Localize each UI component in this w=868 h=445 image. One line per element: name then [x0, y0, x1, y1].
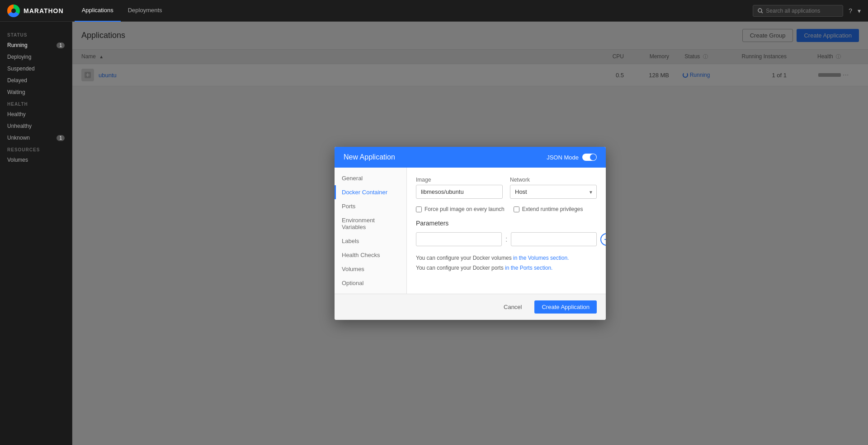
params-row: : — [416, 232, 597, 246]
image-input[interactable] — [416, 185, 503, 199]
image-group: Image — [416, 177, 503, 199]
sidebar-item-unknown[interactable]: Unknown 1 — [0, 132, 72, 144]
plus-icon — [604, 236, 606, 243]
user-icon[interactable]: ▾ — [858, 7, 861, 14]
sidebar-item-deploying[interactable]: Deploying — [0, 51, 72, 63]
main-content: Applications Create Group Create Applica… — [72, 22, 868, 445]
nav-right: ? ▾ — [753, 5, 861, 17]
logo-text: MARATHON — [24, 7, 64, 14]
logo-area: MARATHON — [7, 5, 64, 17]
checkbox-row: Force pull image on every launch Extend … — [416, 206, 597, 212]
status-section-label: STATUS — [0, 29, 72, 39]
top-nav: MARATHON Applications Deployments ? ▾ — [0, 0, 868, 22]
sidebar: STATUS Running 1 Deploying Suspended Del… — [0, 22, 72, 445]
modal-nav-ports[interactable]: Ports — [335, 199, 406, 213]
ports-section-link[interactable]: in the Ports section. — [505, 265, 552, 271]
sidebar-item-waiting[interactable]: Waiting — [0, 86, 72, 98]
health-section-label: HEALTH — [0, 98, 72, 108]
new-application-modal: New Application JSON Mode General Docker… — [335, 147, 606, 320]
tab-deployments[interactable]: Deployments — [121, 0, 170, 22]
search-input[interactable] — [766, 8, 829, 14]
modal-nav-docker-container[interactable]: Docker Container — [335, 185, 406, 199]
unknown-badge: 1 — [57, 135, 65, 141]
modal-footer: Cancel Create Application — [335, 294, 606, 320]
volumes-section-link[interactable]: in the Volumes section. — [513, 255, 569, 261]
modal-form-content: Image Network Host Bridge None — [407, 168, 606, 294]
modal-title: New Application — [344, 153, 395, 161]
modal-header: New Application JSON Mode — [335, 147, 606, 168]
cancel-button[interactable]: Cancel — [495, 300, 530, 314]
json-mode-toggle[interactable]: JSON Mode — [547, 154, 597, 161]
nav-tabs: Applications Deployments — [75, 0, 170, 22]
modal-nav-volumes[interactable]: Volumes — [335, 262, 406, 276]
param-key-input[interactable] — [416, 232, 502, 246]
search-box[interactable] — [753, 5, 843, 17]
info-text: You can configure your Docker volumes in… — [416, 253, 597, 273]
extend-privileges-input[interactable] — [514, 206, 519, 212]
sidebar-item-running[interactable]: Running 1 — [0, 39, 72, 51]
running-badge: 1 — [57, 42, 65, 48]
add-param-button[interactable] — [600, 233, 606, 246]
sidebar-item-healthy[interactable]: Healthy — [0, 108, 72, 120]
sidebar-item-delayed[interactable]: Delayed — [0, 75, 72, 86]
extend-privileges-checkbox[interactable]: Extend runtime privileges — [514, 206, 583, 212]
parameters-section-title: Parameters — [416, 220, 597, 227]
modal-nav-general[interactable]: General — [335, 171, 406, 185]
search-icon — [758, 8, 763, 14]
help-icon[interactable]: ? — [849, 7, 852, 14]
network-select-wrapper: Host Bridge None ▼ — [510, 185, 597, 199]
modal-nav-health-checks[interactable]: Health Checks — [335, 248, 406, 262]
svg-line-1 — [761, 12, 763, 13]
network-group: Network Host Bridge None ▼ — [510, 177, 597, 199]
modal-nav-optional[interactable]: Optional — [335, 276, 406, 290]
logo-icon — [7, 5, 20, 17]
modal-overlay[interactable]: New Application JSON Mode General Docker… — [72, 22, 868, 445]
svg-point-0 — [758, 9, 762, 12]
modal-nav-env-vars[interactable]: Environment Variables — [335, 213, 406, 234]
force-pull-input[interactable] — [416, 206, 422, 212]
modal-create-application-button[interactable]: Create Application — [534, 300, 597, 314]
image-network-row: Image Network Host Bridge None — [416, 177, 597, 199]
layout: STATUS Running 1 Deploying Suspended Del… — [0, 22, 868, 445]
tab-applications[interactable]: Applications — [75, 0, 121, 22]
network-select[interactable]: Host Bridge None — [510, 185, 597, 199]
modal-sidebar-nav: General Docker Container Ports Environme… — [335, 168, 407, 294]
sidebar-item-volumes[interactable]: Volumes — [0, 154, 72, 166]
json-mode-switch[interactable] — [582, 154, 597, 161]
param-value-input[interactable] — [511, 232, 597, 246]
image-label: Image — [416, 177, 503, 183]
modal-nav-labels[interactable]: Labels — [335, 234, 406, 248]
sidebar-item-suspended[interactable]: Suspended — [0, 63, 72, 75]
modal-body: General Docker Container Ports Environme… — [335, 168, 606, 294]
resources-section-label: RESOURCES — [0, 144, 72, 154]
force-pull-checkbox[interactable]: Force pull image on every launch — [416, 206, 505, 212]
sidebar-item-unhealthy[interactable]: Unhealthy — [0, 120, 72, 132]
toggle-knob — [590, 154, 596, 160]
params-separator: : — [505, 235, 507, 244]
network-label: Network — [510, 177, 597, 183]
